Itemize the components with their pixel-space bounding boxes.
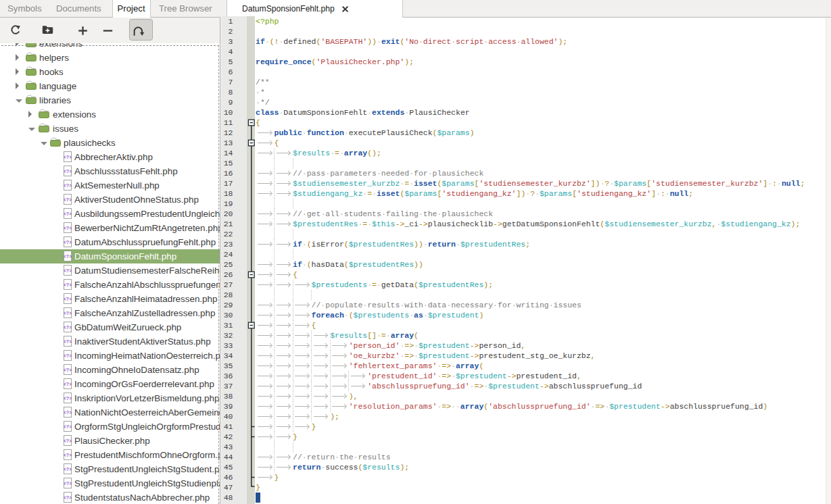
svg-text:<?>: <?> bbox=[64, 382, 72, 386]
svg-text:<?>: <?> bbox=[64, 240, 72, 245]
svg-text:<?>: <?> bbox=[64, 453, 72, 457]
svg-text:<?>: <?> bbox=[64, 254, 72, 259]
svg-text:<?>: <?> bbox=[64, 282, 72, 287]
svg-text:<?>: <?> bbox=[64, 368, 72, 372]
svg-text:<?>: <?> bbox=[64, 481, 72, 486]
svg-text:<?>: <?> bbox=[64, 467, 72, 472]
svg-text:<?>: <?> bbox=[64, 353, 72, 358]
svg-text:<?>: <?> bbox=[64, 155, 72, 159]
svg-text:<?>: <?> bbox=[64, 396, 72, 401]
svg-text:<?>: <?> bbox=[64, 211, 72, 216]
svg-text:<?>: <?> bbox=[64, 424, 72, 429]
svg-text:<?>: <?> bbox=[64, 325, 72, 330]
svg-text:<?>: <?> bbox=[64, 226, 72, 230]
svg-text:<?>: <?> bbox=[64, 183, 72, 188]
svg-text:<?>: <?> bbox=[64, 169, 72, 174]
svg-text:<?>: <?> bbox=[64, 410, 72, 415]
svg-text:<?>: <?> bbox=[64, 438, 72, 443]
svg-text:<?>: <?> bbox=[64, 297, 72, 301]
svg-text:<?>: <?> bbox=[64, 311, 72, 316]
svg-text:<?>: <?> bbox=[64, 339, 72, 344]
svg-text:<?>: <?> bbox=[64, 197, 72, 202]
svg-text:<?>: <?> bbox=[64, 495, 72, 500]
svg-text:<?>: <?> bbox=[64, 268, 72, 273]
